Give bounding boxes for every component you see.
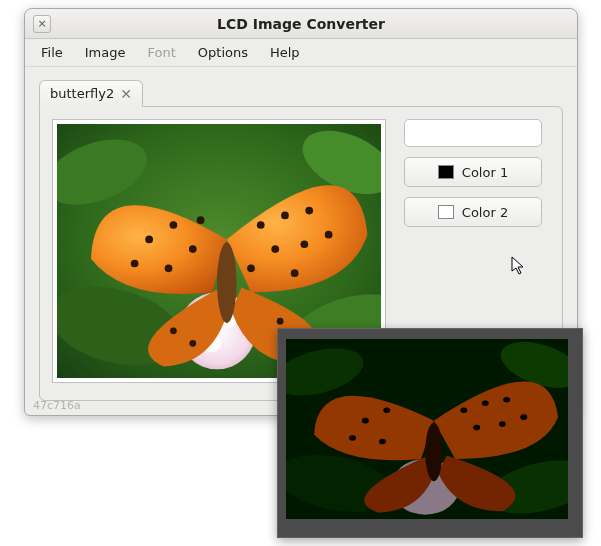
- titlebar: × LCD Image Converter: [25, 9, 577, 39]
- svg-point-37: [520, 414, 527, 420]
- menubar: File Image Font Options Help: [25, 39, 577, 67]
- lcd-device-photo: [277, 328, 583, 538]
- menu-help[interactable]: Help: [260, 41, 310, 64]
- window-title: LCD Image Converter: [25, 16, 577, 32]
- svg-point-23: [197, 216, 205, 224]
- color1-swatch-icon: [438, 165, 454, 179]
- color2-button[interactable]: Color 2: [404, 197, 542, 227]
- svg-point-20: [131, 260, 139, 268]
- tab-close-icon[interactable]: ✕: [120, 87, 132, 101]
- svg-point-13: [300, 240, 308, 248]
- svg-point-15: [257, 221, 265, 229]
- tab-butterfly2[interactable]: butterfly2 ✕: [39, 80, 143, 107]
- lcd-image: [286, 339, 568, 519]
- svg-point-14: [271, 245, 279, 253]
- svg-point-39: [473, 425, 480, 431]
- svg-point-24: [277, 318, 284, 325]
- lcd-screen: [286, 339, 568, 519]
- menu-file[interactable]: File: [31, 41, 73, 64]
- status-text: 47c716a: [33, 399, 81, 412]
- svg-point-21: [165, 264, 173, 272]
- svg-point-38: [499, 421, 506, 427]
- window-close-button[interactable]: ×: [33, 15, 51, 33]
- menu-image[interactable]: Image: [75, 41, 136, 64]
- svg-point-18: [170, 221, 178, 229]
- svg-point-41: [383, 407, 390, 413]
- svg-point-26: [170, 327, 177, 334]
- svg-point-35: [482, 400, 489, 406]
- tab-label: butterfly2: [50, 86, 114, 101]
- svg-point-36: [503, 397, 510, 403]
- svg-point-9: [217, 242, 236, 323]
- tab-row: butterfly2 ✕: [39, 77, 563, 107]
- color1-button[interactable]: Color 1: [404, 157, 542, 187]
- zoom-spinner[interactable]: ▲ ▼: [404, 119, 542, 147]
- color2-swatch-icon: [438, 205, 454, 219]
- svg-point-34: [425, 423, 442, 482]
- zoom-input[interactable]: [405, 120, 542, 146]
- svg-point-10: [281, 212, 289, 220]
- svg-point-22: [189, 245, 197, 253]
- svg-point-12: [325, 231, 333, 239]
- svg-point-42: [362, 418, 369, 424]
- menu-options[interactable]: Options: [188, 41, 258, 64]
- svg-point-16: [247, 264, 255, 272]
- color2-label: Color 2: [462, 205, 508, 220]
- side-controls: ▲ ▼ Color 1 Color 2: [404, 119, 542, 227]
- menu-font: Font: [137, 41, 185, 64]
- svg-point-11: [305, 207, 313, 215]
- svg-point-44: [379, 439, 386, 445]
- color1-label: Color 1: [462, 165, 508, 180]
- svg-point-19: [145, 236, 153, 244]
- svg-point-27: [189, 340, 196, 347]
- close-icon: ×: [37, 17, 46, 30]
- svg-point-17: [291, 269, 299, 277]
- svg-point-40: [460, 407, 467, 413]
- svg-point-43: [349, 435, 356, 441]
